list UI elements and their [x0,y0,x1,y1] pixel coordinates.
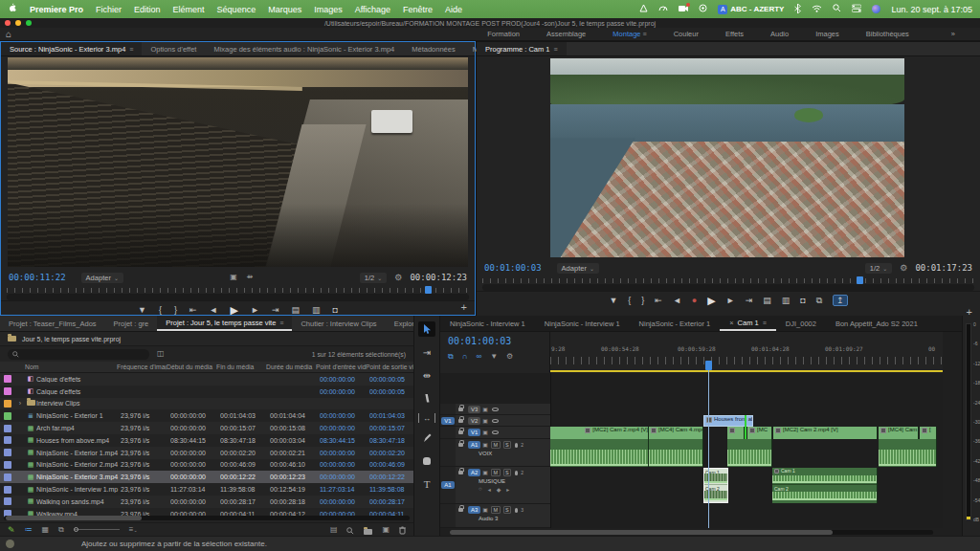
spotlight-search-icon[interactable] [833,4,841,14]
pen-tool[interactable] [418,430,435,446]
menu-edition[interactable]: Edition [134,5,161,14]
siri-icon[interactable] [872,5,880,13]
source-button-editor-plus[interactable]: + [461,301,467,313]
track-visibility-icon[interactable] [492,419,499,423]
tab-effect-controls[interactable]: Options d'effet [142,42,205,55]
mute-button[interactable]: M [491,506,501,514]
prev-keyframe-icon[interactable]: ◂ [488,486,491,493]
timeline-settings-icon[interactable]: ⚙ [506,353,513,361]
track-select-forward-tool[interactable]: ⇥ [418,344,435,360]
timeline-hscrollbar[interactable] [450,530,933,535]
tab-project-jour5[interactable]: Projet : Jour 5, le temps passe vite≡ [157,316,292,331]
ripple-edit-tool[interactable]: ⇹ [418,367,435,383]
mark-out-button[interactable]: } [641,296,644,305]
hand-tool[interactable] [418,453,435,469]
goto-out-button[interactable]: ⇥ [746,296,753,305]
track-header-v1[interactable]: V1▣ [440,427,550,439]
table-row[interactable]: ▦NinjaSonic - Exterior 1.mp423,976 i/s00… [0,447,413,459]
tab-sequence-dji[interactable]: DJI_0002 [776,316,826,331]
track-name-label[interactable]: Audio 3 [479,516,523,521]
input-source-menu[interactable]: AABC - AZERTY [718,5,784,14]
table-row[interactable]: ≣NinjaSonic - Exterior 123,976 i/s00:00:… [0,409,413,422]
disclosure-icon[interactable]: › [15,400,25,407]
razor-tool[interactable] [418,390,435,406]
voiceover-record-icon[interactable] [515,471,518,475]
snap-magnet-icon[interactable]: ∩ [462,353,468,361]
solo-button[interactable]: S [503,506,512,514]
menu-element[interactable]: Elément [173,5,205,14]
tab-sequence-bon-appetit[interactable]: Bon Appétit_Ado S2 2021 [826,316,927,331]
goto-in-button[interactable]: ⇤ [189,305,197,315]
menu-fenetre[interactable]: Fenêtre [403,5,433,14]
timeline-audio-clip[interactable]: Cam 1 Cam 2 [772,468,878,503]
workspace-tab-effets[interactable]: Effets [725,30,744,38]
solo-button[interactable]: S [503,469,512,476]
mark-in-button[interactable]: { [159,305,162,315]
timeline-clip[interactable]: [MC2] Cam 2.mp4 [V] [773,427,878,439]
timeline-clip[interactable]: [MC4] Cam 4.mp4 [ [649,427,703,439]
track-target-a3[interactable]: A3 [468,506,480,514]
table-row[interactable]: ▦NinjaSonic - Interview 1.mp23,976 i/s11… [0,483,413,496]
add-marker-button[interactable]: ▼ [609,296,617,305]
track-target-v1[interactable]: V1 [468,429,480,436]
track-target-a1[interactable]: A1 [468,441,480,449]
track-target-v3[interactable]: V3 [468,406,480,413]
tab-sequence-cam1-active[interactable]: ×Cam 1≡ [720,316,776,331]
table-row[interactable]: ›Interview Clips [0,398,413,410]
sort-icons-button[interactable]: ≡⌄ [129,526,138,534]
timeline-clip[interactable]: [MC4] Cam 4 [879,427,919,439]
program-playhead[interactable] [857,276,863,284]
upload-status-icon[interactable] [639,4,648,14]
program-scrollbar[interactable] [482,284,974,291]
settings-wrench-icon[interactable]: ⚙ [394,274,402,282]
timeline-playhead-line[interactable] [708,370,709,528]
notification-icon[interactable] [6,540,14,548]
add-marker-button[interactable]: ▼ [138,305,146,315]
timeline-playhead-timecode[interactable]: 00:01:00:03 [448,336,511,346]
source-patch-v1[interactable]: V1 [441,417,454,425]
step-back-button[interactable]: ◄ [210,305,218,315]
table-header[interactable]: Nom Fréquence d'image Début du média Fin… [0,362,413,373]
source-playhead[interactable] [425,286,432,294]
track-header-a3[interactable]: A3▣MS3 Audio 3 [440,504,550,528]
tab-audio-clip-mixer[interactable]: Mixage des éléments audio : NinjaSonic -… [205,42,403,55]
play-button[interactable]: ▶ [231,304,238,317]
overwrite-button[interactable]: ▥ [312,305,321,315]
home-icon[interactable]: ⌂ [6,29,11,39]
linked-selection-icon[interactable]: ∞ [476,353,481,361]
program-ruler[interactable] [477,276,980,292]
add-keyframe-icon[interactable]: ◆ [497,486,501,493]
automate-to-sequence-button[interactable]: ▤ [330,526,338,534]
keyframe-type-icon[interactable]: ○ [479,486,482,493]
track-target-v2[interactable]: V2 [468,417,480,425]
source-zoom-select[interactable]: Adapter⌄ [81,273,123,283]
add-marker-icon[interactable]: ▼ [490,353,498,361]
workspace-overflow-icon[interactable]: » [951,30,955,38]
track-visibility-icon[interactable] [492,408,499,411]
track-header-a1[interactable]: A1▣MS2 VOIX [440,439,550,467]
timeline-audio-clip[interactable] [727,439,772,467]
workspace-tab-bibliotheques[interactable]: Bibliothèques [866,30,909,38]
workspace-tab-audio[interactable]: Audio [770,30,789,38]
next-keyframe-icon[interactable]: ▸ [506,486,509,493]
track-name-label[interactable]: VOIX [479,451,523,456]
timeline-clip[interactable]: [ [920,427,937,439]
tab-bin-interview-clips[interactable]: Chutier : Interview Clips [292,316,385,331]
tab-sequence-1[interactable]: NinjaSonic - Interview 1 [440,316,535,331]
table-row[interactable]: ▦Arch far.mp423,976 i/s00:00:00:0000:00:… [0,422,413,434]
goto-out-button[interactable]: ⇥ [272,305,279,315]
tab-sequence-2[interactable]: NinjaSonic - Interview 1 [535,316,630,331]
output-button[interactable]: ▣ [230,274,237,281]
workspace-tab-images[interactable]: Images [815,30,839,38]
settings-wrench-icon[interactable]: ⚙ [900,264,907,273]
timeline-clip[interactable] [727,427,745,439]
app-menu-premiere[interactable]: Premiere Pro [30,5,83,14]
new-item-button[interactable]: ▣ [382,526,390,534]
slip-tool[interactable]: ↔ [418,413,435,423]
table-row[interactable]: ◧Calque d'effets00:00:00:0000:00:00:05 [0,386,413,398]
tab-source-clip[interactable]: Source : NinjaSonic - Exterior 3.mp4≡ [1,42,142,55]
filter-bin-icon[interactable]: ◫ [157,350,165,358]
timeline-audio-clip[interactable] [550,439,649,467]
export-frame-button[interactable]: ◘ [800,296,805,305]
menu-marques[interactable]: Marques [268,5,301,14]
